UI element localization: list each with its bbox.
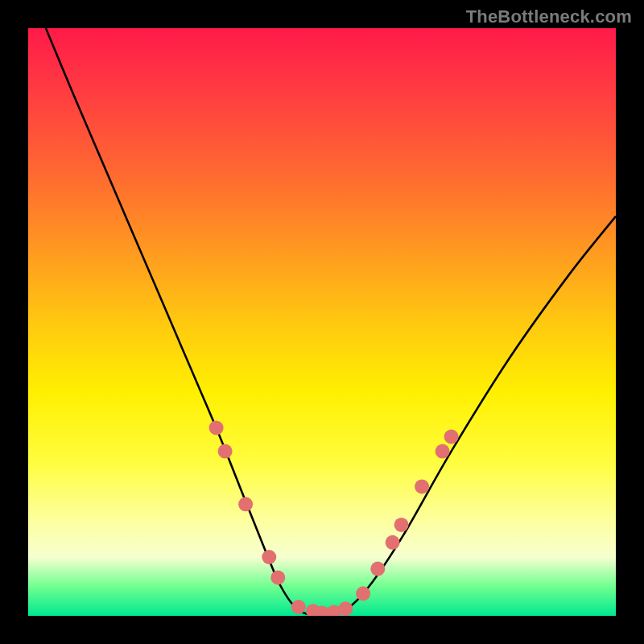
marker-dot [370, 562, 385, 576]
marker-dot [436, 444, 450, 459]
marker-dot [415, 479, 429, 493]
bottleneck-curve [46, 28, 616, 616]
marker-dot [262, 550, 276, 564]
marker-dot [444, 429, 459, 444]
marker-dot [356, 586, 370, 601]
marker-dot [394, 518, 409, 532]
marker-dot [386, 535, 400, 550]
marker-group [209, 420, 459, 616]
marker-dot [291, 600, 306, 614]
plot-area [28, 28, 616, 616]
marker-dot [338, 601, 353, 616]
brand-label: TheBottleneck.com [466, 6, 632, 27]
chart-frame: TheBottleneck.com [0, 0, 644, 644]
marker-dot [238, 497, 253, 511]
marker-dot [218, 444, 233, 459]
chart-svg [28, 28, 616, 616]
marker-dot [270, 571, 285, 585]
marker-dot [209, 420, 224, 435]
